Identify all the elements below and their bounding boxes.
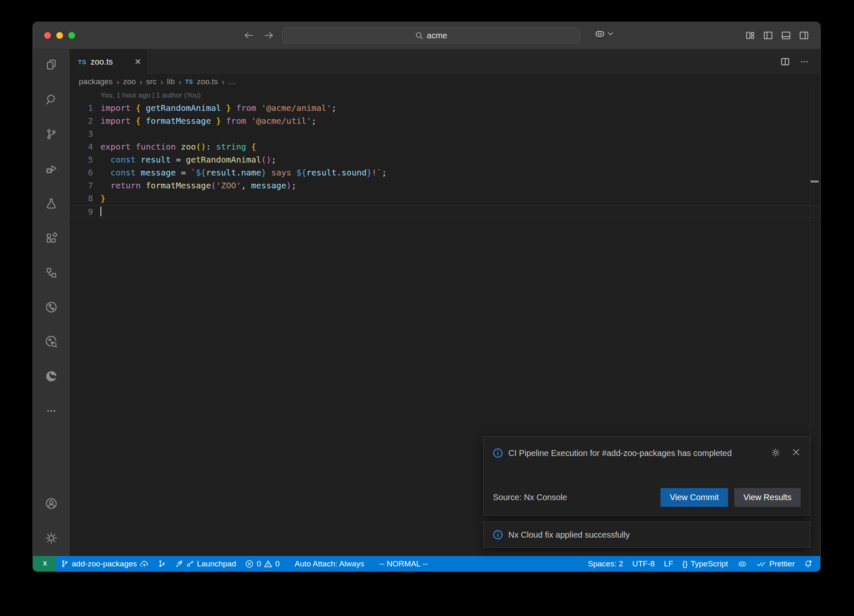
extensions-icon[interactable] <box>41 228 61 248</box>
line-content: return formatMessage('ZOO', message); <box>93 179 296 192</box>
tab-bar: TS zoo.ts ✕ <box>70 49 820 74</box>
spaces-label: Spaces: 2 <box>588 559 623 568</box>
edge-devtools-icon[interactable] <box>41 366 61 386</box>
forward-arrow-icon[interactable] <box>264 31 274 40</box>
code-line-6[interactable]: 6 const message = `${result.name} says $… <box>70 166 820 179</box>
notification-message: Nx Cloud fix applied successfully <box>508 528 630 542</box>
line-content <box>93 128 100 140</box>
notifications-bell-item[interactable] <box>799 556 817 571</box>
warning-icon <box>264 560 272 568</box>
notification-settings-icon[interactable] <box>771 448 781 458</box>
git-blame-annotation: You, 1 hour ago | 1 author (You) <box>70 89 820 102</box>
prettier-status-item[interactable]: Prettier <box>752 556 799 571</box>
close-tab-icon[interactable]: ✕ <box>134 58 141 66</box>
code-line-5[interactable]: 5 const result = getRandomAnimal(); <box>70 153 820 166</box>
view-commit-button[interactable]: View Commit <box>661 488 728 507</box>
line-content: export function zoo(): string { <box>93 140 256 153</box>
project-graph-icon[interactable] <box>41 263 61 283</box>
split-editor-icon[interactable] <box>780 57 790 67</box>
launchpad-label: Launchpad <box>197 559 236 568</box>
more-actions-icon[interactable] <box>799 57 809 67</box>
line-content: const message = `${result.name} says ${r… <box>93 166 387 179</box>
tab-zoo-ts[interactable]: TS zoo.ts ✕ <box>70 49 147 74</box>
code-line-8[interactable]: 8} <box>70 192 820 205</box>
prettier-label: Prettier <box>769 559 795 568</box>
line-content: import { getRandomAnimal } from '@acme/a… <box>93 102 337 115</box>
vscode-window: acme <box>33 22 821 572</box>
line-content: const result = getRandomAnimal(); <box>93 153 276 166</box>
line-number: 3 <box>70 128 93 140</box>
breadcrumb-trailing-ellipsis[interactable]: … <box>228 77 236 86</box>
search-icon[interactable] <box>41 90 61 110</box>
run-debug-icon[interactable] <box>41 159 61 179</box>
commit-graph-icon[interactable] <box>41 297 61 317</box>
problems-status-item[interactable]: 0 0 <box>241 556 284 571</box>
vim-mode-status-item[interactable]: -- NORMAL -- <box>374 556 432 571</box>
line-content <box>93 205 101 218</box>
info-icon <box>493 446 503 458</box>
code-line-2[interactable]: 2import { formatMessage } from '@acme/ut… <box>70 115 820 128</box>
typescript-file-icon: TS <box>78 58 86 65</box>
chevron-down-icon <box>608 32 613 35</box>
line-number: 8 <box>70 192 93 205</box>
code-line-1[interactable]: 1import { getRandomAnimal } from '@acme/… <box>70 102 820 115</box>
breadcrumb-item-lib[interactable]: lib <box>167 77 175 86</box>
search-commits-icon[interactable] <box>41 332 61 352</box>
line-number: 9 <box>70 205 93 218</box>
line-number: 6 <box>70 166 93 179</box>
copilot-menu-button[interactable] <box>594 29 613 39</box>
code-lines: 1import { getRandomAnimal } from '@acme/… <box>70 102 820 218</box>
launchpad-status-item[interactable]: Launchpad <box>171 556 241 571</box>
code-line-3[interactable]: 3 <box>70 128 820 140</box>
traffic-lights <box>44 32 75 39</box>
git-branch-icon <box>61 560 69 568</box>
breadcrumb: packages›zoo›src›lib›TSzoo.ts›… <box>70 74 820 89</box>
auto-attach-status-item[interactable]: Auto Attach: Always <box>290 556 369 571</box>
toggle-secondary-sidebar-icon[interactable] <box>799 30 809 41</box>
breadcrumb-item-file[interactable]: zoo.ts <box>197 77 218 86</box>
indentation-status-item[interactable]: Spaces: 2 <box>583 556 628 571</box>
close-icon[interactable] <box>791 448 801 458</box>
back-arrow-icon[interactable] <box>244 31 254 40</box>
command-center-search[interactable]: acme <box>282 28 580 43</box>
toggle-panel-icon[interactable] <box>781 30 791 41</box>
source-control-icon[interactable] <box>41 124 61 144</box>
code-line-9[interactable]: 9 <box>70 205 820 218</box>
line-number: 2 <box>70 115 93 128</box>
testing-icon[interactable] <box>41 193 61 213</box>
info-icon <box>493 530 503 540</box>
tab-label: zoo.ts <box>90 57 113 67</box>
accounts-icon[interactable] <box>41 493 61 513</box>
view-results-button[interactable]: View Results <box>734 488 801 507</box>
zoom-window-button[interactable] <box>68 32 75 39</box>
text-cursor <box>100 207 101 216</box>
commit-graph-status-item[interactable] <box>153 556 171 571</box>
encoding-status-item[interactable]: UTF-8 <box>628 556 659 571</box>
breadcrumb-item-zoo[interactable]: zoo <box>123 77 136 86</box>
code-line-7[interactable]: 7 return formatMessage('ZOO', message); <box>70 179 820 192</box>
activity-bar <box>33 49 70 556</box>
eol-status-item[interactable]: LF <box>659 556 678 571</box>
explorer-icon[interactable] <box>41 55 61 75</box>
branch-status-item[interactable]: add-zoo-packages <box>56 556 153 571</box>
additional-views-icon[interactable] <box>41 401 61 421</box>
minimize-window-button[interactable] <box>56 32 63 39</box>
commit-graph-icon <box>158 560 166 568</box>
remote-indicator[interactable] <box>33 556 56 571</box>
copilot-status-item[interactable] <box>733 556 752 571</box>
close-window-button[interactable] <box>44 32 51 39</box>
language-status-item[interactable]: {} TypeScript <box>678 556 732 571</box>
overview-ruler-border <box>810 89 811 556</box>
branch-name: add-zoo-packages <box>72 559 137 568</box>
typescript-file-icon: TS <box>185 78 193 85</box>
customize-layout-icon[interactable] <box>745 30 756 41</box>
search-icon <box>415 32 423 40</box>
settings-gear-icon[interactable] <box>41 528 61 548</box>
line-number: 7 <box>70 179 93 192</box>
overview-ruler-marker <box>811 180 819 183</box>
breadcrumb-separator-icon: › <box>140 77 143 87</box>
breadcrumb-item-src[interactable]: src <box>146 77 156 86</box>
toggle-primary-sidebar-icon[interactable] <box>763 30 774 41</box>
code-line-4[interactable]: 4export function zoo(): string { <box>70 140 820 153</box>
breadcrumb-item-packages[interactable]: packages <box>79 77 113 86</box>
